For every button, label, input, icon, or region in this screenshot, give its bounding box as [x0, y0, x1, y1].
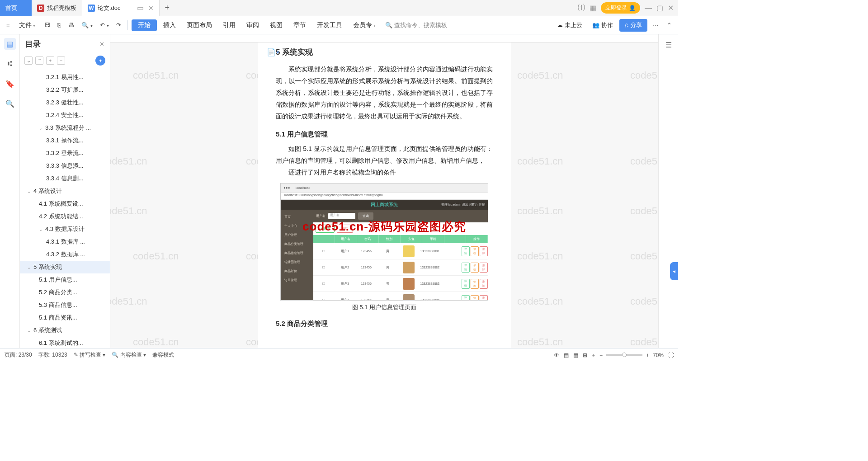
close-icon[interactable]: ✕	[148, 5, 154, 12]
watermark-bg: code51.cn	[110, 205, 147, 217]
reading-icon[interactable]: ⟐	[592, 352, 595, 358]
more-icon[interactable]: ⋯	[650, 19, 661, 31]
toc-item[interactable]: 5.1 用户信息...	[20, 273, 110, 286]
command-search[interactable]: 🔍查找命令、搜索模板	[382, 21, 451, 29]
toc-item[interactable]: 3.3.1 操作流...	[20, 134, 110, 147]
section-icon[interactable]: ⑆	[4, 58, 16, 70]
toc-title: 目录	[25, 39, 41, 49]
collab-button[interactable]: 👥协作	[589, 19, 617, 32]
right-rail: ☰	[658, 34, 678, 348]
window-close-icon[interactable]: ✕	[668, 4, 674, 12]
fit-icon[interactable]: ⛶	[668, 352, 674, 358]
toc-item[interactable]: 3.2.1 易用性...	[20, 71, 110, 84]
share-icon: ⎌	[625, 22, 628, 28]
outline-icon[interactable]: ▤	[4, 38, 16, 50]
toc-item[interactable]: 3.2.3 健壮性...	[20, 96, 110, 109]
tab-document[interactable]: W论文.doc▭✕	[82, 0, 160, 16]
zoom-control[interactable]: − + 70%	[599, 352, 664, 358]
word-count[interactable]: 字数: 10323	[38, 351, 67, 359]
add-tab-button[interactable]: +	[160, 3, 175, 13]
collapse-ribbon-icon[interactable]: ⌃	[664, 19, 675, 31]
feedback-tab[interactable]: ◂	[670, 262, 678, 280]
compat-mode[interactable]: 兼容模式	[152, 351, 174, 359]
share-button[interactable]: ⎌分享	[619, 19, 647, 32]
toc-item[interactable]: 5.3 商品信息...	[20, 299, 110, 311]
toc-item[interactable]: 5.1 商品资讯...	[20, 311, 110, 324]
page-sidebar-icon[interactable]: 📄 ▾	[267, 48, 279, 56]
toc-item[interactable]: 6.1 系统测试的...	[20, 337, 110, 348]
toc-collapse-icon[interactable]: ⌄	[24, 56, 33, 65]
menu-insert[interactable]: 插入	[159, 19, 180, 32]
document-page[interactable]: 📄 ▾ 5 系统实现 系统实现部分就是将系统分析，系统设计部分的内容通过编码进行…	[258, 42, 511, 348]
view-eye-icon[interactable]: 👁	[554, 352, 559, 358]
menu-layout[interactable]: 页面布局	[182, 19, 217, 32]
watermark-bg: code51.cn	[517, 155, 563, 167]
toc-plus-icon[interactable]: +	[46, 56, 54, 65]
toc-item[interactable]: ⌄6 系统测试	[20, 324, 110, 337]
zoom-in-icon[interactable]: +	[646, 352, 649, 358]
tab-template[interactable]: D找稻壳模板	[32, 0, 82, 16]
toc-item[interactable]: 3.3.4 信息删...	[20, 172, 110, 185]
watermark-bg: code51.cn	[517, 336, 563, 348]
save-icon[interactable]: 🖫	[42, 19, 53, 31]
panel-toggle-icon[interactable]: ☰	[663, 39, 675, 51]
toc-item[interactable]: 3.3.2 登录流...	[20, 147, 110, 160]
menu-member[interactable]: 会员专 ›	[349, 19, 380, 32]
menu-start[interactable]: 开始	[132, 19, 157, 31]
toc-item[interactable]: 3.2.2 可扩展...	[20, 84, 110, 96]
watermark-bg: code51.cn	[630, 155, 658, 167]
preview-icon[interactable]: 🔍 ▾	[79, 19, 95, 31]
export-icon[interactable]: ⎘	[55, 19, 64, 31]
ruler[interactable]	[110, 34, 658, 42]
minimize-icon[interactable]: —	[645, 4, 652, 12]
watermark-bg: code51.cn	[133, 336, 179, 348]
maximize-icon[interactable]: ▢	[656, 4, 663, 12]
heading-5-1: 5.1 用户信息管理	[276, 130, 493, 139]
view-web-icon[interactable]: ▦	[573, 352, 578, 358]
view-outline-icon[interactable]: ⊞	[583, 352, 587, 358]
bookmark-icon[interactable]: 🔖	[4, 78, 16, 89]
menu-chapter[interactable]: 章节	[289, 19, 311, 32]
toc-item[interactable]: ⌄4.3 数据库设计	[20, 223, 110, 235]
toc-item[interactable]: ⌄4 系统设计	[20, 185, 110, 198]
view-page-icon[interactable]: ▤	[564, 352, 569, 358]
tab-screen-icon[interactable]: ▭	[137, 4, 144, 12]
toc-item[interactable]: 5.2 商品分类...	[20, 286, 110, 299]
toc-close-icon[interactable]: ✕	[99, 41, 104, 47]
toc-minus-icon[interactable]: −	[57, 56, 65, 65]
print-icon[interactable]: 🖶	[66, 19, 77, 31]
zoom-level[interactable]: 70%	[653, 352, 664, 358]
toc-item[interactable]: 3.3.3 信息添...	[20, 160, 110, 172]
apps-icon[interactable]: ▦	[590, 4, 596, 12]
toc-item[interactable]: 4.3.2 数据库 ...	[20, 248, 110, 261]
toc-item[interactable]: 3.2.4 安全性...	[20, 109, 110, 122]
watermark-bg: code51.cn	[630, 296, 658, 307]
spellcheck-button[interactable]: ✎ 拼写检查 ▾	[74, 351, 106, 359]
toc-item[interactable]: ⌄5 系统实现	[20, 261, 110, 273]
menu-cite[interactable]: 引用	[218, 19, 240, 32]
toc-item[interactable]: 4.2 系统功能结...	[20, 210, 110, 223]
page-indicator[interactable]: 页面: 23/30	[5, 351, 32, 359]
toc-item[interactable]: 4.3.1 数据库 ...	[20, 235, 110, 248]
zoom-out-icon[interactable]: −	[599, 352, 603, 358]
toc-item[interactable]: 4.1 系统概要设...	[20, 198, 110, 210]
find-icon[interactable]: 🔍	[4, 98, 16, 109]
hamburger-icon[interactable]: ≡	[4, 19, 13, 31]
document-area: code51.cn code51.cn code51.cn code51.cn …	[110, 34, 658, 348]
toc-expand-icon[interactable]: ⌃	[35, 56, 43, 65]
figure-5-1: ●●●localhost localhost:8080/wangshangsha…	[280, 183, 488, 311]
cloud-status[interactable]: ☁未上云	[553, 19, 586, 32]
content-check-button[interactable]: 🔍 内容检查 ▾	[112, 351, 146, 359]
watermark-bg: code51.cn	[630, 70, 658, 81]
menu-review[interactable]: 审阅	[242, 19, 264, 32]
layout-icon[interactable]: ⑴	[578, 3, 585, 13]
menu-dev[interactable]: 开发工具	[312, 19, 347, 32]
undo-icon[interactable]: ↶ ▾	[97, 19, 112, 31]
toc-item[interactable]: ⌄3.3 系统流程分 ...	[20, 122, 110, 134]
login-button[interactable]: 立即登录👤	[601, 2, 640, 14]
menu-view[interactable]: 视图	[265, 19, 287, 32]
tab-home[interactable]: 首页	[0, 0, 32, 16]
menu-file[interactable]: 文件 ▾	[14, 19, 40, 32]
ai-icon[interactable]: ✦	[95, 56, 105, 66]
redo-icon[interactable]: ↷	[113, 19, 124, 31]
